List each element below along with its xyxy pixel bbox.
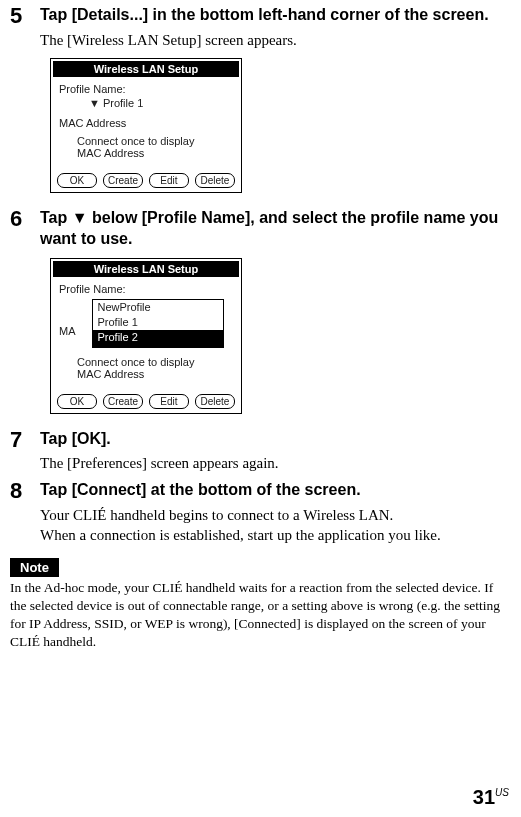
connect-msg-line2: MAC Address	[77, 147, 233, 159]
step-title: Tap [Details...] in the bottom left-hand…	[40, 4, 511, 26]
step-title: Tap [Connect] at the bottom of the scree…	[40, 479, 511, 501]
profile-dropdown[interactable]: NewProfile Profile 1 Profile 2	[92, 299, 224, 348]
note-label: Note	[10, 558, 59, 577]
ok-button[interactable]: OK	[57, 173, 97, 188]
step-8: 8 Tap [Connect] at the bottom of the scr…	[10, 479, 511, 545]
step-number: 8	[10, 479, 40, 545]
profile-name-value[interactable]: ▼ Profile 1	[89, 97, 233, 109]
profile-name-label: Profile Name:	[59, 83, 233, 95]
note-text: In the Ad-hoc mode, your CLIÉ handheld w…	[10, 579, 511, 652]
page-number: 31US	[473, 786, 509, 809]
edit-button[interactable]: Edit	[149, 394, 189, 409]
dropdown-option[interactable]: Profile 1	[93, 315, 223, 330]
step-desc-1: Your CLIÉ handheld begins to connect to …	[40, 505, 511, 525]
note-block: Note In the Ad-hoc mode, your CLIÉ handh…	[10, 552, 511, 652]
window-titlebar: Wireless LAN Setup	[53, 61, 239, 77]
window-titlebar: Wireless LAN Setup	[53, 261, 239, 277]
dropdown-option-selected[interactable]: Profile 2	[93, 330, 223, 346]
mac-prefix-truncated: MA	[59, 325, 76, 337]
step-6: 6 Tap ▼ below [Profile Name], and select…	[10, 207, 511, 250]
delete-button[interactable]: Delete	[195, 173, 235, 188]
step-5: 5 Tap [Details...] in the bottom left-ha…	[10, 4, 511, 50]
step-desc-2: When a connection is established, start …	[40, 525, 511, 545]
create-button[interactable]: Create	[103, 173, 143, 188]
step-number: 5	[10, 4, 40, 50]
step-title: Tap ▼ below [Profile Name], and select t…	[40, 207, 511, 250]
page-number-value: 31	[473, 786, 495, 808]
mac-address-label: MAC Address	[59, 117, 233, 129]
step-desc: The [Wireless LAN Setup] screen appears.	[40, 30, 511, 50]
ok-button[interactable]: OK	[57, 394, 97, 409]
screenshot-wireless-lan-2: Wireless LAN Setup Profile Name: MA NewP…	[50, 258, 242, 414]
step-number: 7	[10, 428, 40, 474]
step-desc: The [Preferences] screen appears again.	[40, 453, 511, 473]
create-button[interactable]: Create	[103, 394, 143, 409]
step-7: 7 Tap [OK]. The [Preferences] screen app…	[10, 428, 511, 474]
step-title: Tap [OK].	[40, 428, 511, 450]
delete-button[interactable]: Delete	[195, 394, 235, 409]
profile-name-label: Profile Name:	[59, 283, 233, 295]
page-region: US	[495, 787, 509, 798]
connect-msg-line1: Connect once to display	[77, 356, 233, 368]
connect-msg-line2: MAC Address	[77, 368, 233, 380]
dropdown-option[interactable]: NewProfile	[93, 300, 223, 315]
connect-msg-line1: Connect once to display	[77, 135, 233, 147]
step-number: 6	[10, 207, 40, 250]
edit-button[interactable]: Edit	[149, 173, 189, 188]
screenshot-wireless-lan-1: Wireless LAN Setup Profile Name: ▼ Profi…	[50, 58, 242, 193]
